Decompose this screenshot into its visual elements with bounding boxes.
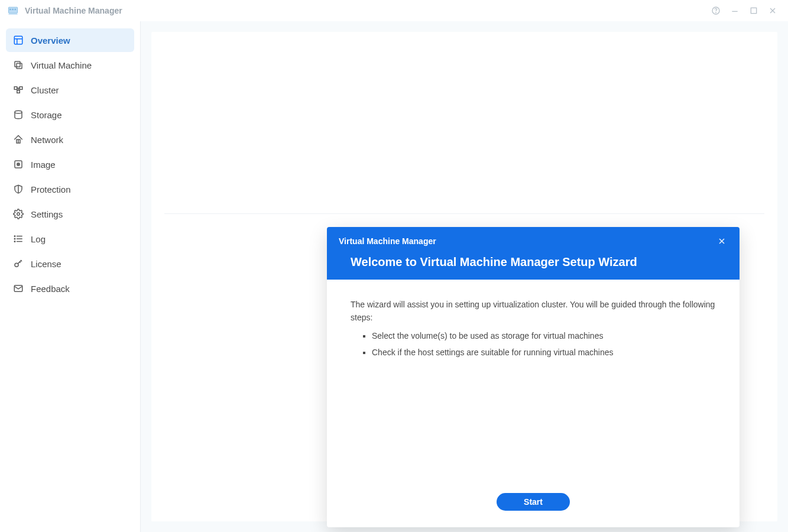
sidebar-item-label: License: [31, 259, 61, 269]
svg-rect-11: [14, 36, 22, 44]
wizard-intro: The wizard will assist you in setting up…: [351, 299, 716, 324]
wizard-steps-list: Select the volume(s) to be used as stora…: [351, 330, 716, 359]
wizard-step: Select the volume(s) to be used as stora…: [372, 330, 716, 343]
svg-point-31: [14, 236, 15, 237]
modal-title: Welcome to Virtual Machine Manager Setup…: [339, 255, 728, 269]
modal-subtitle: Virtual Machine Manager: [339, 236, 436, 246]
help-button[interactable]: [708, 2, 724, 19]
shield-icon: [13, 184, 24, 194]
svg-rect-1: [9, 9, 11, 11]
svg-rect-8: [751, 8, 756, 13]
network-icon: [13, 134, 24, 145]
sidebar-item-label: Protection: [31, 184, 71, 194]
svg-point-34: [15, 263, 18, 267]
overview-icon: [13, 35, 24, 46]
image-icon: [13, 159, 24, 170]
svg-rect-14: [15, 61, 20, 67]
sidebar-item-label: Network: [31, 135, 63, 145]
window-title: Virtual Machine Manager: [25, 6, 122, 15]
svg-point-27: [17, 213, 20, 216]
close-button[interactable]: [764, 2, 781, 19]
main: Overview Virtual Machine Cluster Storage: [0, 21, 788, 532]
svg-point-32: [14, 238, 15, 239]
svg-rect-2: [12, 9, 14, 11]
svg-rect-0: [9, 7, 18, 13]
sidebar-item-feedback[interactable]: Feedback: [6, 277, 134, 300]
sidebar-item-virtual-machine[interactable]: Virtual Machine: [6, 53, 134, 77]
setup-wizard-modal: Virtual Machine Manager Welcome to Virtu…: [327, 227, 740, 527]
minimize-button[interactable]: [727, 2, 743, 19]
svg-point-33: [14, 241, 15, 242]
sidebar-item-cluster[interactable]: Cluster: [6, 78, 134, 102]
sidebar-item-image[interactable]: Image: [6, 153, 134, 176]
svg-rect-16: [14, 87, 17, 90]
modal-footer: Start: [327, 485, 740, 527]
modal-body: The wizard will assist you in setting up…: [327, 280, 740, 485]
sidebar-item-label: Overview: [31, 35, 70, 46]
sidebar-item-license[interactable]: License: [6, 252, 134, 275]
cluster-icon: [13, 85, 24, 95]
gear-icon: [13, 209, 24, 219]
key-icon: [13, 258, 24, 269]
wizard-step: Check if the host settings are suitable …: [372, 346, 716, 359]
sidebar-item-log[interactable]: Log: [6, 227, 134, 251]
maximize-button[interactable]: [745, 2, 762, 19]
sidebar-item-label: Storage: [31, 110, 62, 120]
sidebar-item-network[interactable]: Network: [6, 128, 134, 151]
svg-rect-15: [17, 63, 22, 69]
start-button[interactable]: Start: [497, 493, 570, 511]
svg-point-6: [716, 12, 716, 13]
sidebar-item-label: Image: [31, 160, 56, 170]
sidebar-item-label: Settings: [31, 209, 63, 219]
divider: [164, 213, 764, 214]
vm-icon: [13, 60, 24, 70]
svg-rect-18: [17, 90, 20, 93]
modal-close-button[interactable]: [716, 235, 728, 247]
sidebar-item-overview[interactable]: Overview: [6, 28, 134, 52]
storage-icon: [13, 109, 24, 120]
modal-header: Virtual Machine Manager Welcome to Virtu…: [327, 227, 740, 280]
sidebar-item-protection[interactable]: Protection: [6, 177, 134, 201]
app-icon: [7, 5, 19, 17]
sidebar-item-label: Cluster: [31, 85, 59, 95]
sidebar-item-storage[interactable]: Storage: [6, 103, 134, 126]
svg-rect-4: [9, 14, 18, 15]
sidebar-item-settings[interactable]: Settings: [6, 202, 134, 226]
svg-rect-3: [15, 9, 17, 11]
content-area: Virtual Machine Manager Welcome to Virtu…: [141, 21, 788, 532]
svg-point-21: [15, 111, 22, 113]
titlebar: Virtual Machine Manager: [0, 0, 788, 21]
sidebar-item-label: Log: [31, 234, 46, 244]
list-icon: [13, 233, 24, 244]
sidebar-item-label: Feedback: [31, 284, 70, 294]
svg-rect-17: [20, 87, 22, 90]
sidebar-item-label: Virtual Machine: [31, 60, 92, 70]
sidebar: Overview Virtual Machine Cluster Storage: [0, 21, 141, 532]
svg-point-26: [18, 164, 19, 165]
mail-icon: [13, 283, 24, 294]
